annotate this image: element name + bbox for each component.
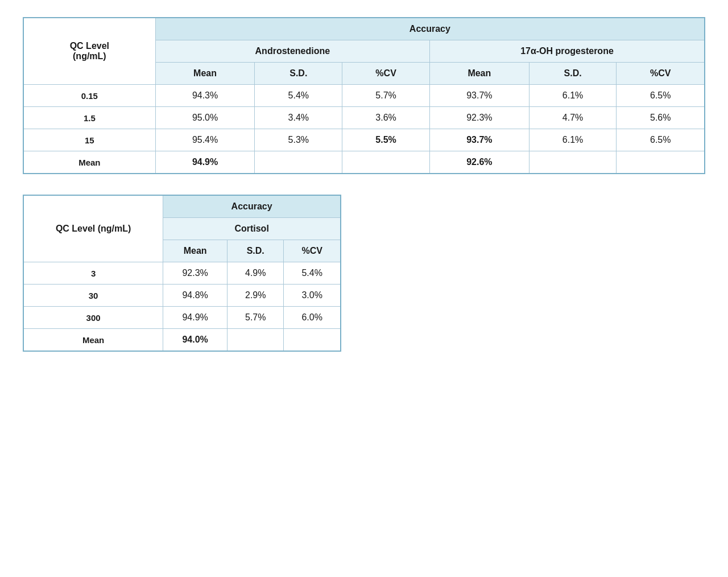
c-sd-0: 4.9% (228, 262, 284, 285)
c-cv-0: 5.4% (284, 262, 341, 285)
col-a-mean: Mean (155, 63, 255, 85)
accuracy-header-2: Accuracy (163, 195, 341, 218)
col-b-sd: S.D. (529, 63, 617, 85)
c-mean-3: 94.0% (163, 329, 228, 352)
c-mean-1: 94.8% (163, 285, 228, 307)
table-accuracy-2: QC Level (ng/mL) Accuracy Cortisol Mean … (23, 195, 341, 352)
qc2-value-3: Mean (23, 329, 163, 352)
c-cv-2: 6.0% (284, 307, 341, 329)
c-cv-3 (284, 329, 341, 352)
b-sd-1: 4.7% (529, 107, 617, 129)
col-c-mean: Mean (163, 240, 228, 262)
c-sd-3 (228, 329, 284, 352)
qc-value-3: Mean (23, 151, 155, 174)
qc2-value-2: 300 (23, 307, 163, 329)
col-a-sd: S.D. (255, 63, 342, 85)
col-b-mean: Mean (429, 63, 529, 85)
c-sd-1: 2.9% (228, 285, 284, 307)
b-cv-3 (617, 151, 705, 174)
a-sd-2: 5.3% (255, 129, 342, 151)
c-mean-2: 94.9% (163, 307, 228, 329)
b-mean-0: 93.7% (429, 85, 529, 107)
a-mean-0: 94.3% (155, 85, 255, 107)
b-cv-1: 5.6% (617, 107, 705, 129)
c-mean-0: 92.3% (163, 262, 228, 285)
b-mean-2: 93.7% (429, 129, 529, 151)
col-b-cv: %CV (617, 63, 705, 85)
a-cv-3 (342, 151, 430, 174)
qc-level-header-2: QC Level (ng/mL) (23, 195, 163, 262)
a-sd-3 (255, 151, 342, 174)
b-sd-2: 6.1% (529, 129, 617, 151)
b-mean-3: 92.6% (429, 151, 529, 174)
a-mean-2: 95.4% (155, 129, 255, 151)
c-sd-2: 5.7% (228, 307, 284, 329)
a-cv-1: 3.6% (342, 107, 430, 129)
cortisol-header: Cortisol (163, 218, 341, 240)
col-a-cv: %CV (342, 63, 430, 85)
b-cv-2: 6.5% (617, 129, 705, 151)
col-c-sd: S.D. (228, 240, 284, 262)
qc-value-0: 0.15 (23, 85, 155, 107)
accuracy-header-1: Accuracy (155, 18, 705, 40)
a-cv-2: 5.5% (342, 129, 430, 151)
qc-value-2: 15 (23, 129, 155, 151)
c-cv-1: 3.0% (284, 285, 341, 307)
progesterone-header: 17α-OH progesterone (429, 40, 705, 63)
androstenedione-header: Androstenedione (155, 40, 429, 63)
a-mean-3: 94.9% (155, 151, 255, 174)
qc-level-header: QC Level(ng/mL) (23, 18, 155, 85)
b-cv-0: 6.5% (617, 85, 705, 107)
qc2-value-0: 3 (23, 262, 163, 285)
b-sd-3 (529, 151, 617, 174)
a-cv-0: 5.7% (342, 85, 430, 107)
qc-value-1: 1.5 (23, 107, 155, 129)
a-sd-0: 5.4% (255, 85, 342, 107)
b-sd-0: 6.1% (529, 85, 617, 107)
a-sd-1: 3.4% (255, 107, 342, 129)
col-c-cv: %CV (284, 240, 341, 262)
table-accuracy-1: QC Level(ng/mL) Accuracy Androstenedione… (23, 17, 705, 174)
a-mean-1: 95.0% (155, 107, 255, 129)
b-mean-1: 92.3% (429, 107, 529, 129)
tables-wrapper: QC Level(ng/mL) Accuracy Androstenedione… (23, 17, 705, 352)
qc2-value-1: 30 (23, 285, 163, 307)
